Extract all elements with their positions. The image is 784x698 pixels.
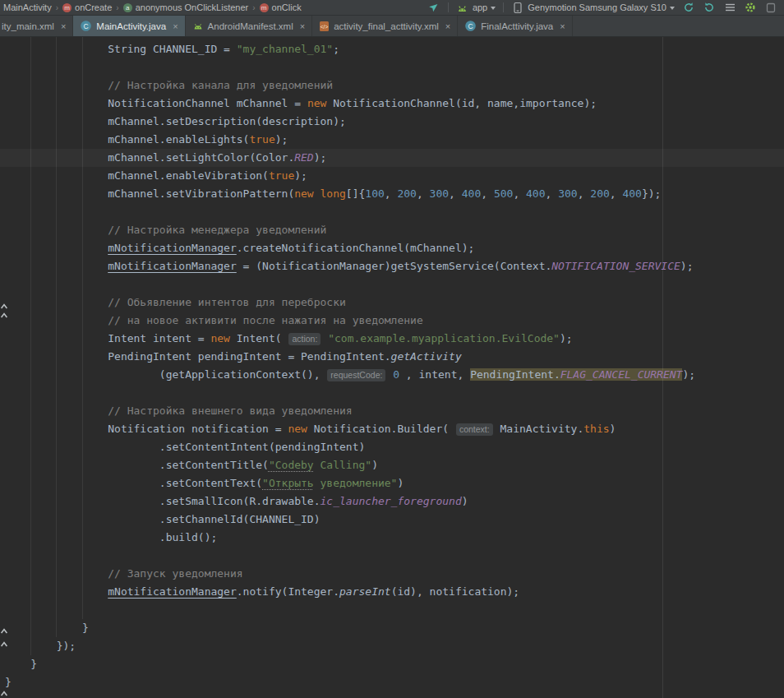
code-line[interactable]: NotificationChannel mChannel = new Notif… — [0, 95, 784, 113]
tab-finalacttivity-java[interactable]: CFinalActtivity.java× — [458, 16, 572, 36]
tab-close-icon[interactable]: × — [560, 21, 565, 31]
tab-close-icon[interactable]: × — [173, 21, 178, 31]
fold-marker-icon[interactable] — [0, 636, 8, 645]
fold-marker-icon[interactable] — [0, 623, 8, 631]
code-line[interactable]: mChannel.enableVibration(true); — [0, 167, 784, 185]
code-line[interactable]: // Обьявление интентов для переброски — [0, 294, 784, 312]
code-line[interactable]: mNotificationManager.notify(Integer.pars… — [0, 583, 784, 601]
code-line[interactable]: // на новое активити после нажатия на ув… — [0, 312, 784, 330]
code-line[interactable]: // Настройка канала для уведомлений — [0, 76, 784, 95]
code-line[interactable]: Intent intent = new Intent( action: "com… — [0, 330, 784, 348]
code-line[interactable]: mNotificationManager.createNotificationC… — [0, 239, 784, 257]
code-line[interactable] — [0, 547, 784, 565]
code-line[interactable]: // Настройка менеджера уведомлений — [0, 221, 784, 239]
code-line[interactable] — [0, 384, 784, 402]
code-line[interactable] — [0, 275, 784, 294]
svg-text:</>: </> — [321, 23, 329, 29]
tab-label: ity_main.xml — [2, 21, 54, 31]
code-line[interactable]: Notification notification = new Notifica… — [0, 420, 784, 438]
code-line-text: NotificationChannel mChannel = new Notif… — [5, 97, 597, 109]
tab-activity-final-acttivity-xml[interactable]: </>activity_final_acttivity.xml× — [312, 16, 458, 36]
code-line-text: // Запуск уведомления — [5, 567, 243, 580]
code-line-text: }); — [5, 640, 76, 652]
code-line[interactable]: (getApplicationContext(), requestCode: 0… — [0, 366, 784, 384]
code-line-text: mChannel.setVibrationPattern(new long[]{… — [5, 187, 661, 200]
chevron-down-icon — [670, 7, 675, 10]
tab-ity-main-xml[interactable]: ity_main.xml× — [0, 16, 73, 36]
code-line-text: PendingIntent pendingIntent = PendingInt… — [5, 350, 462, 363]
code-line[interactable]: String CHANNEL_ID = "my_channel_01"; — [0, 40, 784, 58]
event-log-icon[interactable] — [723, 1, 736, 14]
code-line-text: .setContentIntent(pendingIntent) — [5, 441, 365, 453]
code-line[interactable]: .setSmallIcon(R.drawable.ic_launcher_for… — [0, 492, 784, 511]
code-line-text: .setSmallIcon(R.drawable.ic_launcher_for… — [5, 495, 468, 507]
code-line[interactable]: mChannel.enableLights(true); — [0, 131, 784, 149]
fold-marker-icon[interactable] — [0, 298, 8, 307]
code-line-text: // Настройка менеджера уведомлений — [5, 224, 326, 236]
code-area[interactable]: String CHANNEL_ID = "my_channel_01"; // … — [0, 37, 784, 691]
code-line[interactable]: .build(); — [0, 529, 784, 547]
code-line[interactable] — [0, 203, 784, 221]
breadcrumb-item-mainactivity[interactable]: MainActivity — [2, 2, 53, 12]
code-line[interactable]: .setContentText("Открыть уведомление") — [0, 474, 784, 492]
tab-close-icon[interactable]: × — [445, 21, 450, 31]
code-line[interactable] — [0, 601, 784, 619]
tab-androidmanifest-xml[interactable]: AndroidManifest.xml× — [186, 16, 313, 36]
main-toolbar: MainActivity›monCreate›aanonymous OnClic… — [0, 0, 784, 16]
breadcrumb-label: MainActivity — [3, 2, 52, 12]
code-line[interactable]: PendingIntent pendingIntent = PendingInt… — [0, 348, 784, 366]
code-line-text: String CHANNEL_ID = "my_channel_01"; — [5, 43, 339, 55]
code-line[interactable]: mChannel.setLightColor(Color.RED); — [0, 149, 784, 167]
code-line-text: mChannel.setLightColor(Color.RED); — [5, 151, 326, 164]
java-class-icon: C — [464, 20, 477, 32]
method-icon: m — [260, 3, 269, 12]
code-line[interactable]: } — [0, 673, 784, 691]
code-line[interactable]: .setChannelId(CHANNEL_ID) — [0, 511, 784, 529]
code-line-text: mChannel.enableVibration(true); — [5, 169, 307, 182]
breadcrumb-item-oncreate[interactable]: monCreate — [61, 2, 113, 12]
run-config-selector[interactable]: app — [456, 1, 496, 14]
phone-icon — [511, 1, 524, 14]
sync-icon[interactable] — [703, 1, 716, 14]
tab-label: FinalActtivity.java — [481, 21, 553, 31]
toolbar-icon-group — [682, 1, 777, 14]
device-label: Genymotion Samsung Galaxy S10 — [528, 2, 666, 12]
code-line[interactable] — [0, 58, 784, 76]
code-line[interactable]: } — [0, 655, 784, 673]
apply-changes-icon[interactable] — [682, 1, 695, 14]
sdk-manager-icon[interactable] — [744, 1, 757, 14]
code-line[interactable]: }); — [0, 637, 784, 655]
method-icon: m — [62, 3, 71, 12]
code-line-text: .build(); — [5, 531, 217, 543]
fold-marker-icon[interactable] — [0, 686, 8, 694]
breadcrumb-item-anonymous-onclicklistener[interactable]: aanonymous OnClickListener — [122, 2, 251, 12]
code-line[interactable]: // Запуск уведомления — [0, 565, 784, 583]
code-line[interactable]: .setContentIntent(pendingIntent) — [0, 438, 784, 456]
svg-text:C: C — [84, 22, 89, 30]
cursor-arrow-icon[interactable] — [427, 1, 440, 14]
device-selector[interactable]: Genymotion Samsung Galaxy S10 — [511, 1, 675, 14]
code-line[interactable]: // Настройка внешнего вида уведомления — [0, 402, 784, 420]
tab-bar: ity_main.xml×CMainActivity.java×AndroidM… — [0, 16, 784, 37]
svg-text:C: C — [468, 22, 473, 30]
code-line-text: .setChannelId(CHANNEL_ID) — [5, 513, 321, 525]
code-line[interactable]: .setContentTitle("Codeby Calling") — [0, 456, 784, 474]
tab-label: MainActivity.java — [96, 21, 166, 31]
code-line-text: mNotificationManager.createNotificationC… — [5, 242, 474, 254]
breadcrumb-item-onclick[interactable]: monClick — [258, 2, 303, 12]
code-line-text: } — [5, 622, 89, 634]
tab-close-icon[interactable]: × — [300, 21, 305, 31]
breadcrumb-separator: › — [56, 3, 58, 12]
code-line[interactable]: mChannel.setVibrationPattern(new long[]{… — [0, 185, 784, 203]
breadcrumb-separator: › — [252, 3, 255, 12]
code-line[interactable]: } — [0, 619, 784, 637]
code-line[interactable]: mChannel.setDescription(description); — [0, 113, 784, 131]
code-line-text: Notification notification = new Notifica… — [5, 423, 616, 435]
fold-marker-icon[interactable] — [0, 307, 8, 316]
breadcrumb-bar: MainActivity›monCreate›aanonymous OnClic… — [2, 2, 303, 12]
run-config-label: app — [473, 2, 487, 12]
code-line[interactable]: mNotificationManager = (NotificationMana… — [0, 257, 784, 275]
tab-close-icon[interactable]: × — [61, 21, 66, 31]
tab-mainactivity-java[interactable]: CMainActivity.java× — [73, 16, 185, 36]
device-frame-icon[interactable] — [764, 1, 777, 14]
